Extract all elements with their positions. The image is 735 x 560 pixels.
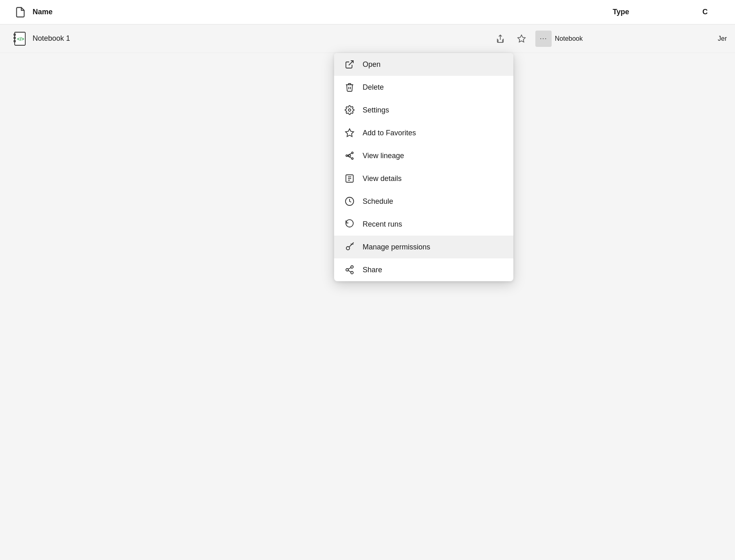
svg-line-25 bbox=[351, 244, 352, 245]
lineage-icon bbox=[344, 150, 355, 161]
menu-item-label-schedule: Schedule bbox=[363, 197, 393, 206]
svg-line-24 bbox=[352, 244, 353, 245]
menu-item-manage-permissions[interactable]: Manage permissions bbox=[334, 236, 513, 258]
svg-text:</>: </> bbox=[17, 36, 24, 42]
recent-runs-icon bbox=[344, 218, 355, 230]
menu-item-label-recent-runs: Recent runs bbox=[363, 220, 402, 229]
table-row: </> Notebook 1 ··· bbox=[0, 24, 735, 53]
menu-item-label-open: Open bbox=[363, 60, 381, 69]
context-menu: OpenDeleteSettingsAdd to FavoritesView l… bbox=[334, 53, 513, 281]
menu-item-label-delete: Delete bbox=[363, 83, 384, 92]
menu-item-label-share: Share bbox=[363, 266, 382, 274]
menu-item-label-add-to-favorites: Add to Favorites bbox=[363, 129, 416, 137]
svg-point-28 bbox=[351, 271, 353, 274]
share-icon bbox=[344, 264, 355, 276]
header-name: Name bbox=[33, 8, 539, 16]
svg-marker-6 bbox=[518, 35, 525, 42]
menu-item-add-to-favorites[interactable]: Add to Favorites bbox=[334, 121, 513, 144]
row-item-type: Notebook bbox=[555, 35, 718, 42]
row-item-owner: Jer bbox=[718, 35, 727, 42]
menu-item-label-settings: Settings bbox=[363, 106, 389, 115]
svg-point-15 bbox=[349, 155, 351, 157]
table-header: Name Type C bbox=[0, 0, 735, 24]
menu-item-view-lineage[interactable]: View lineage bbox=[334, 144, 513, 167]
menu-item-label-view-details: View details bbox=[363, 174, 402, 183]
delete-icon bbox=[344, 82, 355, 93]
svg-point-27 bbox=[346, 269, 348, 271]
menu-item-settings[interactable]: Settings bbox=[334, 99, 513, 121]
svg-line-30 bbox=[348, 268, 351, 269]
row-actions: ··· bbox=[493, 31, 552, 47]
menu-item-recent-runs[interactable]: Recent runs bbox=[334, 213, 513, 236]
row-notebook-icon: </> bbox=[8, 31, 33, 46]
schedule-icon bbox=[344, 196, 355, 207]
share-quick-button[interactable] bbox=[493, 31, 508, 46]
svg-point-10 bbox=[346, 155, 348, 157]
svg-point-26 bbox=[351, 266, 353, 268]
menu-item-share[interactable]: Share bbox=[334, 258, 513, 281]
menu-item-view-details[interactable]: View details bbox=[334, 167, 513, 190]
menu-item-schedule[interactable]: Schedule bbox=[334, 190, 513, 213]
more-options-button[interactable]: ··· bbox=[535, 31, 552, 47]
favorite-quick-button[interactable] bbox=[514, 31, 529, 46]
header-type: Type bbox=[539, 8, 702, 16]
key-icon bbox=[344, 241, 355, 253]
star-icon bbox=[344, 127, 355, 139]
svg-marker-9 bbox=[345, 129, 354, 137]
menu-item-delete[interactable]: Delete bbox=[334, 76, 513, 99]
menu-item-label-view-lineage: View lineage bbox=[363, 152, 404, 160]
svg-point-11 bbox=[352, 152, 353, 154]
svg-point-22 bbox=[346, 247, 350, 250]
header-file-icon bbox=[8, 7, 33, 18]
svg-line-29 bbox=[348, 271, 351, 272]
svg-point-8 bbox=[348, 109, 351, 111]
details-icon bbox=[344, 173, 355, 184]
settings-icon bbox=[344, 104, 355, 116]
header-extra: C bbox=[702, 8, 727, 16]
open-icon bbox=[344, 59, 355, 70]
row-item-name: Notebook 1 bbox=[33, 34, 493, 43]
svg-line-7 bbox=[349, 61, 353, 65]
menu-item-open[interactable]: Open bbox=[334, 53, 513, 76]
menu-item-label-manage-permissions: Manage permissions bbox=[363, 243, 430, 251]
svg-point-12 bbox=[352, 158, 353, 159]
